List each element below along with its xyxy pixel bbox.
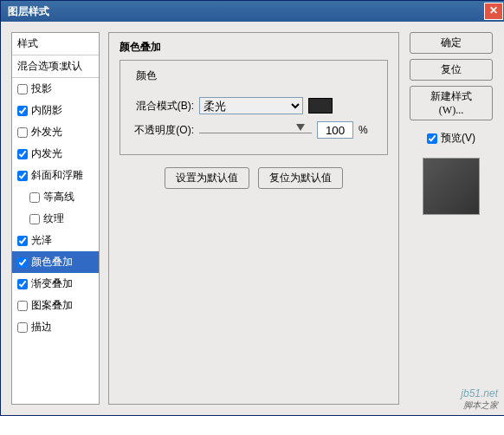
style-label: 纹理 (43, 211, 64, 226)
section-title: 颜色叠加 (120, 40, 388, 55)
style-checkbox[interactable] (17, 301, 28, 311)
style-item[interactable]: 外发光 (12, 121, 99, 143)
style-checkbox[interactable] (17, 236, 28, 246)
new-style-button[interactable]: 新建样式(W)... (410, 86, 493, 120)
style-item[interactable]: 投影 (12, 78, 99, 100)
style-label: 内发光 (31, 146, 62, 161)
settings-panel: 颜色叠加 颜色 混合模式(B): 柔光 不透明度(O): % 设置为默认值 复位… (108, 32, 399, 405)
style-label: 斜面和浮雕 (31, 168, 83, 183)
style-checkbox[interactable] (17, 84, 28, 94)
style-label: 外发光 (31, 125, 62, 140)
blend-mode-select[interactable]: 柔光 (199, 97, 303, 114)
watermark: jb51.net 脚本之家 (461, 387, 498, 412)
percent-label: % (359, 124, 368, 136)
style-checkbox[interactable] (17, 171, 28, 181)
preview-checkbox[interactable] (427, 133, 437, 144)
style-checkbox[interactable] (29, 214, 40, 224)
style-item[interactable]: 颜色叠加 (12, 251, 99, 273)
style-item[interactable]: 纹理 (12, 208, 99, 230)
layer-style-dialog: 图层样式 ✕ 样式 混合选项:默认 投影内阴影外发光内发光斜面和浮雕等高线纹理光… (0, 0, 504, 416)
style-checkbox[interactable] (17, 322, 28, 333)
style-checkbox[interactable] (17, 257, 28, 268)
style-checkbox[interactable] (17, 149, 28, 159)
style-label: 描边 (31, 320, 52, 334)
style-item[interactable]: 描边 (12, 316, 99, 338)
cancel-button[interactable]: 复位 (410, 59, 493, 81)
opacity-input[interactable] (317, 121, 353, 139)
preview-checkbox-label[interactable]: 预览(V) (427, 131, 475, 146)
blending-options[interactable]: 混合选项:默认 (12, 55, 99, 78)
preview-thumbnail (423, 158, 480, 215)
slider-thumb-icon[interactable] (296, 124, 305, 135)
style-item[interactable]: 内发光 (12, 143, 99, 165)
group-label: 颜色 (132, 68, 160, 83)
style-checkbox[interactable] (17, 127, 28, 138)
style-item[interactable]: 光泽 (12, 230, 99, 251)
blend-mode-label: 混合模式(B): (129, 99, 194, 114)
style-label: 光泽 (31, 233, 52, 248)
color-swatch[interactable] (308, 98, 333, 114)
titlebar: 图层样式 ✕ (1, 1, 504, 22)
style-label: 颜色叠加 (31, 255, 73, 269)
style-item[interactable]: 图案叠加 (12, 295, 99, 316)
style-label: 图案叠加 (31, 298, 73, 313)
ok-button[interactable]: 确定 (410, 32, 493, 54)
style-checkbox[interactable] (17, 106, 28, 116)
opacity-label: 不透明度(O): (129, 123, 194, 138)
title: 图层样式 (8, 4, 49, 19)
style-label: 内阴影 (31, 103, 62, 118)
style-label: 渐变叠加 (31, 276, 73, 291)
set-default-button[interactable]: 设置为默认值 (165, 167, 249, 189)
style-label: 等高线 (43, 190, 74, 205)
style-item[interactable]: 等高线 (12, 186, 99, 208)
opacity-slider[interactable] (199, 127, 312, 133)
styles-header[interactable]: 样式 (12, 33, 99, 55)
style-checkbox[interactable] (29, 192, 40, 203)
close-button[interactable]: ✕ (484, 3, 503, 20)
style-item[interactable]: 内阴影 (12, 100, 99, 121)
action-panel: 确定 复位 新建样式(W)... 预览(V) (408, 32, 494, 405)
style-item[interactable]: 斜面和浮雕 (12, 165, 99, 186)
style-checkbox[interactable] (17, 279, 28, 289)
styles-panel: 样式 混合选项:默认 投影内阴影外发光内发光斜面和浮雕等高线纹理光泽颜色叠加渐变… (11, 32, 100, 405)
style-item[interactable]: 渐变叠加 (12, 273, 99, 295)
reset-default-button[interactable]: 复位为默认值 (258, 167, 343, 189)
style-label: 投影 (31, 81, 52, 96)
